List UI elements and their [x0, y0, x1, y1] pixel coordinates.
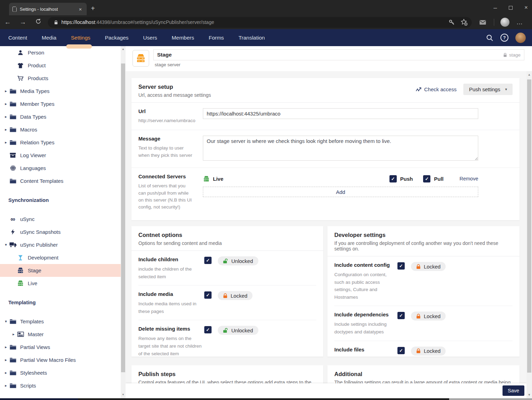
scroll-up-icon[interactable]: ▲ [121, 48, 126, 51]
lock-state-pill[interactable]: Locked [411, 312, 446, 321]
caret-right-icon[interactable]: ▸ [3, 127, 8, 132]
scroll-up-icon[interactable]: ▲ [526, 73, 532, 76]
check-access-button[interactable]: Check access [416, 86, 456, 92]
tree-item-master[interactable]: ▸ Master [0, 328, 121, 341]
browser-menu-icon[interactable]: … [516, 19, 526, 26]
caret-right-icon[interactable]: ▸ [3, 114, 8, 119]
sidebar-scroll-thumb[interactable] [121, 63, 125, 372]
nav-item-forms[interactable]: Forms [209, 35, 224, 41]
nav-item-members[interactable]: Members [172, 35, 194, 41]
nav-item-content[interactable]: Content [8, 35, 27, 41]
lock-state-pill[interactable]: Unlocked [218, 326, 258, 335]
caret-right-icon[interactable]: ▸ [3, 358, 8, 362]
url-input[interactable] [203, 108, 478, 119]
caret-right-icon[interactable]: ▸ [3, 371, 8, 375]
url-field[interactable]: https://localhost:44398/umbraco#/setting… [48, 17, 472, 28]
tree-item-stylesheets[interactable]: ▸ Stylesheets [0, 366, 121, 379]
tree-item-usync-snapshots[interactable]: uSync Snapshots [0, 225, 121, 238]
lock-state-pill[interactable]: Locked [411, 262, 446, 271]
caret-right-icon[interactable]: ▸ [11, 332, 16, 337]
tree-item-scripts[interactable]: ▸ Scripts [0, 379, 121, 392]
caret-right-icon[interactable]: ▸ [3, 140, 8, 145]
caret-right-icon[interactable]: ▸ [3, 102, 8, 106]
include-files-checkbox[interactable]: ✓ [397, 347, 405, 354]
forward-icon[interactable]: → [15, 18, 31, 26]
nav-item-packages[interactable]: Packages [105, 35, 129, 41]
password-key-icon[interactable] [448, 19, 455, 26]
tree-item-partial-view-macro-files[interactable]: ▸ Partial View Macro Files [0, 354, 121, 366]
pull-checkbox[interactable]: ✓ [423, 175, 430, 182]
lock-state-pill[interactable]: Locked [411, 347, 446, 356]
remove-server-link[interactable]: Remove [460, 176, 478, 181]
message-textarea[interactable]: Our stage server is where we check thing… [203, 136, 478, 161]
nav-item-users[interactable]: Users [143, 35, 157, 41]
include-children-checkbox[interactable]: ✓ [204, 257, 212, 264]
refresh-icon[interactable] [31, 18, 46, 26]
push-checkbox[interactable]: ✓ [389, 175, 397, 182]
user-avatar[interactable] [515, 33, 526, 43]
browser-profile-avatar[interactable] [500, 18, 509, 27]
tree-item-data-types[interactable]: ▸ Data Types [0, 110, 121, 123]
caret-down-icon[interactable]: ▾ [3, 319, 8, 324]
tree-item-member-types[interactable]: ▸ Member Types [0, 97, 121, 110]
tree-item-log-viewer[interactable]: Log Viewer [0, 149, 121, 162]
tree-item-templates[interactable]: ▾ Templates [0, 315, 121, 328]
caret-right-icon[interactable]: ▸ [3, 345, 8, 349]
caret-down-icon[interactable]: ▾ [3, 242, 8, 247]
browser-tab[interactable]: Settings - localhost × [9, 3, 87, 15]
tree-item-development[interactable]: Development [0, 251, 121, 264]
tree-item-languages[interactable]: Languages [0, 162, 121, 175]
umbraco-top-nav: Content Media Settings Packages Users Me… [0, 29, 532, 46]
nav-item-settings[interactable]: Settings [71, 35, 91, 41]
nav-item-translation[interactable]: Translation [239, 35, 265, 41]
developer-settings-card: Developer settings If you are controllin… [327, 226, 520, 357]
help-icon[interactable]: ? [500, 34, 508, 42]
lock-state-pill[interactable]: Locked [218, 291, 252, 300]
back-icon[interactable]: ← [0, 18, 15, 26]
maximize-icon[interactable] [509, 6, 513, 10]
entity-title-field[interactable]: Stage stage [153, 49, 524, 60]
mail-icon[interactable] [479, 20, 486, 25]
caret-right-icon[interactable]: ▸ [3, 383, 8, 388]
include-media-checkbox[interactable]: ✓ [204, 291, 212, 299]
add-server-button[interactable]: Add [203, 187, 478, 197]
tab-close-icon[interactable]: × [77, 6, 83, 12]
tree-item-stage[interactable]: Stage [0, 264, 121, 277]
folder-icon [9, 357, 17, 363]
include-content-config-checkbox[interactable]: ✓ [397, 262, 405, 270]
lock-state-pill[interactable]: Unlocked [218, 256, 258, 265]
tree-item-live[interactable]: Live [0, 277, 121, 290]
caret-right-icon[interactable]: ▸ [3, 89, 8, 93]
content-scroll-thumb[interactable] [527, 79, 531, 373]
push-settings-dropdown[interactable]: Push settings ▾ [463, 84, 513, 95]
entity-icon-button[interactable] [132, 50, 149, 67]
scroll-down-icon[interactable]: ▼ [121, 393, 126, 396]
close-window-icon[interactable]: × [524, 4, 528, 11]
delete-missing-items-checkbox[interactable]: ✓ [204, 326, 212, 333]
nav-item-media[interactable]: Media [42, 35, 56, 41]
tree-item-usync[interactable]: ∞ uSync [0, 213, 121, 225]
content-scrollbar[interactable]: ▲ ▼ [526, 71, 532, 398]
include-dependencies-checkbox[interactable]: ✓ [397, 312, 405, 319]
sidebar-scrollbar[interactable]: ▲ ▼ [121, 46, 126, 398]
minimize-icon[interactable]: – [494, 4, 497, 11]
url-host: https://localhost [61, 19, 95, 25]
url-lock-icon[interactable] [54, 20, 58, 25]
new-tab-button[interactable]: + [91, 5, 95, 12]
connected-servers-hint: List of servers that you can push/pull f… [138, 182, 194, 211]
scroll-down-icon[interactable]: ▼ [526, 393, 532, 397]
tree-item-partial-views[interactable]: ▸ Partial Views [0, 341, 121, 354]
tree-item-products[interactable]: Products [0, 72, 121, 85]
favorite-star-icon[interactable] [461, 19, 467, 26]
tree-section-templating: Templating [0, 296, 121, 309]
tree-item-person[interactable]: Person [0, 46, 121, 59]
search-icon[interactable] [486, 34, 494, 42]
tree-item-product[interactable]: Product [0, 59, 121, 72]
tree-item-macros[interactable]: ▸ Macros [0, 123, 121, 136]
tree-item-media-types[interactable]: ▸ Media Types [0, 85, 121, 97]
tree-item-content-templates[interactable]: Content Templates [0, 175, 121, 187]
save-button[interactable]: Save [503, 385, 524, 396]
truck-icon [9, 242, 17, 247]
tree-item-relation-types[interactable]: ▸ Relation Types [0, 136, 121, 149]
tree-item-usync-publisher[interactable]: ▾ uSync Publisher [0, 238, 121, 251]
